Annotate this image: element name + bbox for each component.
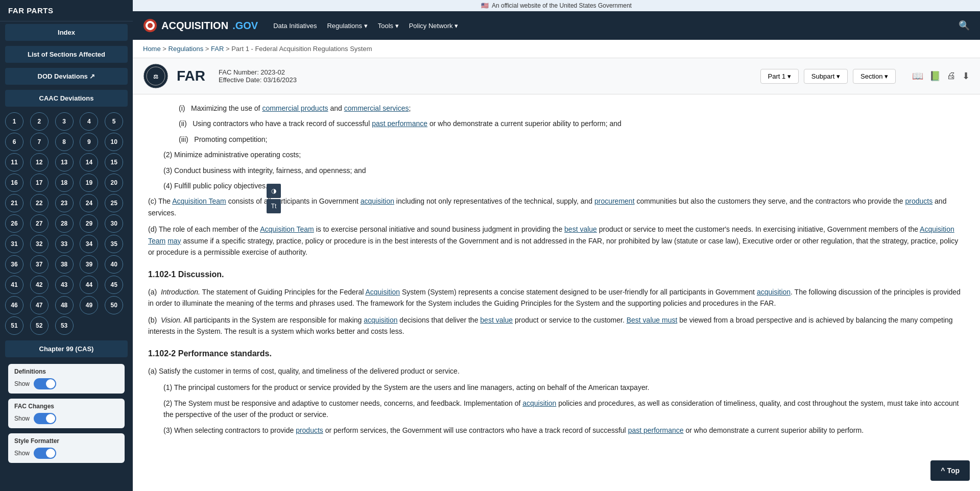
part-number-14[interactable]: 14 (80, 153, 98, 171)
style-formatter-toggle-control[interactable]: Show (14, 448, 56, 459)
part-number-8[interactable]: 8 (55, 133, 74, 151)
breadcrumb-home[interactable]: Home (143, 45, 161, 53)
part-number-31[interactable]: 31 (5, 235, 23, 253)
part-dropdown[interactable]: Part 1 ▾ (760, 69, 799, 84)
part-number-51[interactable]: 51 (5, 316, 23, 335)
link-past-performance-1[interactable]: past performance (372, 119, 427, 128)
part-number-24[interactable]: 24 (80, 194, 98, 212)
part-number-22[interactable]: 22 (30, 194, 49, 212)
breadcrumb-far[interactable]: FAR (211, 45, 224, 53)
index-button[interactable]: Index (5, 24, 128, 41)
link-past-performance-2[interactable]: past performance (628, 426, 684, 434)
part-number-27[interactable]: 27 (30, 214, 49, 233)
nav-policy-network[interactable]: Policy Network ▾ (409, 22, 459, 30)
part-number-26[interactable]: 26 (5, 214, 23, 233)
style-formatter-toggle-switch[interactable] (34, 448, 56, 459)
link-acquisition-team-d[interactable]: Acquisition Team (260, 225, 314, 233)
part-number-4[interactable]: 4 (80, 112, 98, 131)
print-icon[interactable]: 🖨 (947, 70, 956, 82)
chapter99-button[interactable]: Chapter 99 (CAS) (5, 340, 128, 357)
part-number-12[interactable]: 12 (30, 153, 49, 171)
part-number-19[interactable]: 19 (80, 174, 98, 192)
part-number-11[interactable]: 11 (5, 153, 23, 171)
link-acquisition-vision[interactable]: acquisition (364, 316, 397, 324)
sections-affected-button[interactable]: List of Sections Affected (5, 46, 128, 63)
part-number-2[interactable]: 2 (30, 112, 49, 131)
dod-deviations-button[interactable]: DOD Deviations ↗ (5, 68, 128, 85)
part-number-49[interactable]: 49 (80, 296, 98, 314)
part-number-16[interactable]: 16 (5, 174, 23, 192)
part-number-40[interactable]: 40 (105, 255, 123, 274)
part-number-44[interactable]: 44 (80, 276, 98, 294)
part-number-45[interactable]: 45 (105, 276, 123, 294)
breadcrumb-regulations[interactable]: Regulations (169, 45, 204, 53)
contrast-toggle-button[interactable]: ◑ (267, 184, 281, 198)
part-number-30[interactable]: 30 (105, 214, 123, 233)
part-number-21[interactable]: 21 (5, 194, 23, 212)
subpart-dropdown[interactable]: Subpart ▾ (804, 69, 848, 84)
link-best-value-must[interactable]: Best value must (627, 316, 678, 324)
nav-data-initiatives[interactable]: Data Initiatives (273, 22, 317, 30)
part-number-9[interactable]: 9 (80, 133, 98, 151)
part-number-7[interactable]: 7 (30, 133, 49, 151)
link-best-value-vision[interactable]: best value (480, 316, 513, 324)
part-number-3[interactable]: 3 (55, 112, 74, 131)
link-commercial-products[interactable]: commercial products (262, 104, 328, 112)
link-acquisition-1102-1[interactable]: Acquisition (365, 288, 400, 296)
part-number-47[interactable]: 47 (30, 296, 49, 314)
link-products-c[interactable]: products (905, 197, 933, 205)
part-number-34[interactable]: 34 (80, 235, 98, 253)
part-number-42[interactable]: 42 (30, 276, 49, 294)
part-number-20[interactable]: 20 (105, 174, 123, 192)
section-dropdown[interactable]: Section ▾ (853, 69, 896, 84)
link-commercial-services[interactable]: commercial services (344, 104, 409, 112)
link-may-d[interactable]: may (168, 237, 181, 245)
nav-regulations[interactable]: Regulations ▾ (327, 22, 367, 30)
link-best-value-d[interactable]: best value (564, 225, 597, 233)
part-number-39[interactable]: 39 (80, 255, 98, 274)
book-icon[interactable]: 📗 (929, 70, 941, 82)
part-number-33[interactable]: 33 (55, 235, 74, 253)
part-number-10[interactable]: 10 (105, 133, 123, 151)
part-number-32[interactable]: 32 (30, 235, 49, 253)
part-number-5[interactable]: 5 (105, 112, 123, 131)
part-number-36[interactable]: 36 (5, 255, 23, 274)
search-icon[interactable]: 🔍 (959, 20, 970, 31)
part-number-1[interactable]: 1 (5, 112, 23, 131)
part-number-28[interactable]: 28 (55, 214, 74, 233)
download-icon[interactable]: ⬇ (962, 70, 970, 82)
part-number-37[interactable]: 37 (30, 255, 49, 274)
part-number-15[interactable]: 15 (105, 153, 123, 171)
part-number-6[interactable]: 6 (5, 133, 23, 151)
back-to-top-button[interactable]: ^ Top (930, 460, 970, 481)
definitions-toggle-control[interactable]: Show (14, 378, 56, 389)
part-number-48[interactable]: 48 (55, 296, 74, 314)
part-number-53[interactable]: 53 (55, 316, 74, 335)
part-number-43[interactable]: 43 (55, 276, 74, 294)
fac-changes-toggle-switch[interactable] (34, 413, 56, 424)
part-number-13[interactable]: 13 (55, 153, 74, 171)
part-number-35[interactable]: 35 (105, 235, 123, 253)
part-number-25[interactable]: 25 (105, 194, 123, 212)
part-number-46[interactable]: 46 (5, 296, 23, 314)
fac-changes-toggle-control[interactable]: Show (14, 413, 56, 424)
part-number-52[interactable]: 52 (30, 316, 49, 335)
part-number-38[interactable]: 38 (55, 255, 74, 274)
caac-deviations-button[interactable]: CAAC Deviations (5, 90, 128, 107)
book-open-icon[interactable]: 📖 (912, 70, 923, 82)
part-number-18[interactable]: 18 (55, 174, 74, 192)
link-acquisition-gov-1102[interactable]: acquisition (757, 288, 791, 296)
part-number-41[interactable]: 41 (5, 276, 23, 294)
text-size-button[interactable]: Tt (267, 199, 281, 213)
link-acquisition-1102-2[interactable]: acquisition (522, 399, 556, 407)
part-number-17[interactable]: 17 (30, 174, 49, 192)
link-procurement-c[interactable]: procurement (594, 197, 635, 205)
link-products-1102-2[interactable]: products (296, 426, 323, 434)
nav-tools[interactable]: Tools ▾ (378, 22, 399, 30)
part-number-50[interactable]: 50 (105, 296, 123, 314)
definitions-toggle-switch[interactable] (34, 378, 56, 389)
link-acquisition-team-c[interactable]: Acquisition Team (172, 197, 226, 205)
part-number-23[interactable]: 23 (55, 194, 74, 212)
link-acquisition-c2[interactable]: acquisition (361, 197, 394, 205)
part-number-29[interactable]: 29 (80, 214, 98, 233)
